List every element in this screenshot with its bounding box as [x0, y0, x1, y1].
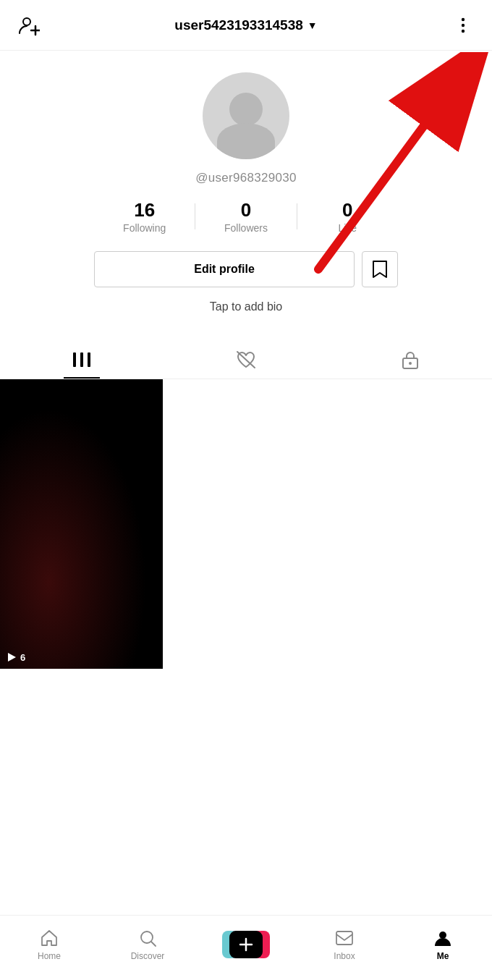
svg-rect-9: [80, 352, 83, 367]
inbox-icon: [334, 928, 355, 948]
add-user-button[interactable]: [14, 11, 43, 40]
edit-profile-button[interactable]: Edit profile: [94, 251, 355, 287]
stats-row: 16 Following 0 Followers 0 Like: [94, 200, 398, 234]
user-handle: @user968329030: [195, 171, 297, 185]
svg-point-0: [23, 18, 30, 25]
tab-private[interactable]: [328, 341, 492, 379]
svg-rect-8: [73, 352, 76, 367]
following-stat[interactable]: 16 Following: [94, 200, 195, 234]
play-count-text: 6: [20, 652, 25, 663]
nav-discover[interactable]: Discover: [98, 928, 197, 961]
nav-me-label: Me: [437, 951, 449, 961]
svg-point-3: [462, 17, 465, 20]
bottom-navigation: Home Discover Inbox: [0, 915, 492, 980]
following-count: 16: [134, 200, 155, 221]
likes-stat[interactable]: 0 Like: [297, 200, 398, 234]
me-icon: [433, 928, 453, 948]
svg-rect-10: [88, 352, 90, 367]
top-navigation: user5423193314538 ▼: [0, 0, 492, 51]
username-text: user5423193314538: [174, 17, 303, 33]
tab-liked[interactable]: [164, 341, 328, 379]
create-button-inner: [229, 931, 263, 958]
svg-marker-14: [8, 653, 16, 662]
nav-home[interactable]: Home: [0, 928, 98, 961]
nav-me[interactable]: Me: [394, 928, 492, 961]
followers-label: Followers: [224, 222, 268, 234]
video-play-count: 6: [6, 651, 25, 663]
svg-point-4: [462, 23, 465, 26]
tab-videos[interactable]: [0, 341, 164, 379]
discover-icon: [137, 928, 158, 948]
plus-icon: [238, 937, 254, 952]
nav-home-label: Home: [38, 951, 61, 961]
svg-point-20: [439, 932, 446, 939]
video-thumbnail[interactable]: 6: [0, 379, 163, 669]
chevron-down-icon: ▼: [308, 20, 318, 31]
profile-section: @user968329030 16 Following 0 Followers …: [0, 51, 492, 335]
content-tabs: [0, 341, 492, 379]
avatar[interactable]: [203, 72, 289, 159]
more-options-button[interactable]: [449, 11, 478, 40]
followers-stat[interactable]: 0 Followers: [195, 200, 296, 234]
heart-off-icon: [236, 350, 256, 369]
svg-point-13: [409, 362, 412, 365]
grid-icon: [72, 352, 91, 368]
lock-icon: [402, 350, 419, 370]
more-vertical-icon: [454, 16, 472, 35]
username-dropdown[interactable]: user5423193314538 ▼: [174, 17, 317, 33]
profile-actions: Edit profile: [94, 251, 398, 287]
svg-line-16: [151, 942, 156, 946]
edit-profile-label: Edit profile: [194, 263, 255, 276]
nav-discover-label: Discover: [131, 951, 165, 961]
avatar-image: [203, 72, 289, 159]
nav-inbox[interactable]: Inbox: [295, 928, 394, 961]
likes-count: 0: [342, 200, 352, 221]
svg-point-5: [462, 29, 465, 32]
play-icon: [6, 651, 17, 663]
home-icon: [39, 928, 59, 948]
nav-inbox-label: Inbox: [334, 951, 355, 961]
avatar-body: [217, 123, 275, 159]
add-user-icon: [18, 14, 40, 36]
likes-label: Like: [338, 222, 357, 234]
followers-count: 0: [241, 200, 251, 221]
bio-placeholder[interactable]: Tap to add bio: [210, 300, 283, 313]
bookmark-button[interactable]: [362, 251, 398, 287]
bookmark-icon: [372, 260, 388, 279]
avatar-head: [229, 93, 263, 126]
nav-create[interactable]: [197, 931, 295, 958]
video-grid: 6: [0, 379, 492, 669]
create-button[interactable]: [226, 931, 266, 958]
svg-rect-19: [336, 932, 352, 945]
following-label: Following: [123, 222, 166, 234]
